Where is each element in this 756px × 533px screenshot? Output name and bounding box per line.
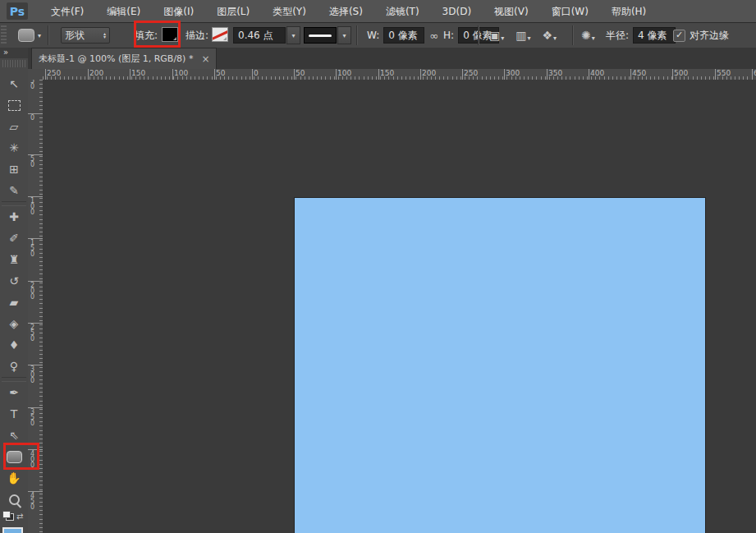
menu-item-3d[interactable]: 3D(D) [431,1,483,22]
crop-tool-icon: ⊞ [9,163,19,176]
document-tab-title: 未标题-1 @ 100% (图层 1, RGB/8) * [39,53,193,65]
brush-tool[interactable]: ✐ [0,227,28,249]
geometry-options-button[interactable]: ✺ ▾ [581,23,595,48]
menu-item-help[interactable]: 帮助(H) [600,1,657,22]
vertical-ruler[interactable]: 50050100150200250300350400450 [28,80,44,533]
history-brush-tool[interactable]: ↺ [0,270,28,292]
tool-preset-picker[interactable]: ▾ [18,23,41,48]
stroke-width-dropdown[interactable]: ▾ [286,26,300,44]
clone-stamp-tool[interactable]: ♜ [0,249,28,270]
spot-healing-brush-tool[interactable]: ✚ [0,206,28,227]
menu-item-image[interactable]: 图像(I) [152,1,205,22]
v-ruler-label: 50 [30,156,37,168]
menu-bar: Ps 文件(F)编辑(E)图像(I)图层(L)类型(Y)选择(S)滤镜(T)3D… [0,0,756,23]
h-ruler-label: 100 [337,69,351,77]
panel-grip[interactable] [2,60,25,67]
eyedropper-tool-icon: ✎ [9,184,19,197]
stroke-color-swatch[interactable] [212,27,228,42]
radius-input[interactable]: 4 像素 [633,27,676,44]
quick-selection-tool-icon: ✳ [9,141,19,154]
document-tab[interactable]: 未标题-1 @ 100% (图层 1, RGB/8) * × [31,48,217,69]
dodge-tool[interactable]: ♀ [0,356,28,377]
width-input[interactable]: 0 像素 [383,27,424,44]
paint-bucket-tool[interactable]: ◈ [0,313,28,334]
align-edges-checkbox[interactable]: ✓ [673,30,685,42]
swap-colors-icon[interactable]: ⇄ [16,512,23,521]
h-ruler-label: 400 [590,69,604,77]
document-canvas[interactable] [295,198,705,533]
ruler-corner[interactable] [28,69,44,80]
collapse-panel-button[interactable]: » [0,48,28,58]
v-ruler-label: 50 [30,80,37,90]
separator [478,25,479,45]
tool-mode-select[interactable]: 形状 ▴▾ [61,27,110,44]
path-alignment-button[interactable]: ▥ ▾ [515,29,530,42]
stroke-type-dropdown[interactable]: ▾ [337,26,351,44]
h-ruler-label: 300 [506,69,520,77]
path-selection-tool[interactable]: ⇖ [0,425,28,446]
menu-item-type[interactable]: 类型(Y) [261,1,318,22]
stroke-type-picker[interactable]: ▾ [304,27,351,44]
h-ruler-label: 200 [422,69,436,77]
menu-item-view[interactable]: 视图(V) [483,1,540,22]
blur-tool-icon: ♦ [9,338,20,352]
link-dimensions-icon[interactable]: ∞ [429,30,438,42]
rectangular-marquee-tool-icon [8,100,21,111]
pen-tool[interactable]: ✒ [0,382,28,403]
foreground-color-swatch[interactable] [2,527,23,533]
solid-line-icon [304,27,337,44]
width-label: W: [367,30,379,41]
stroke-width-group: 0.46 点 ▾ [233,27,300,44]
path-arrangement-button[interactable]: ❖ ▾ [543,29,557,42]
close-icon[interactable]: × [201,53,209,65]
align-edges-group: ✓ 对齐边缘 [673,23,729,48]
spinner-arrows-icon: ▴▾ [103,32,106,39]
history-brush-tool-icon: ↺ [9,274,19,287]
hand-tool[interactable]: ✋ [0,467,28,489]
stroke-width-input[interactable]: 0.46 点 [233,27,286,44]
chevron-down-icon: ▾ [291,32,295,39]
fill-color-swatch[interactable] [162,27,178,42]
path-operations-button[interactable]: ▣ ▾ [489,29,504,42]
h-ruler-label: 100 [174,69,188,77]
clone-stamp-tool-icon: ♜ [9,253,20,266]
fill-label: 填充: [135,29,158,43]
menu-item-edit[interactable]: 编辑(E) [95,1,152,22]
path-arrangement-icon: ❖ [543,29,553,42]
menu-item-layer[interactable]: 图层(L) [205,1,261,22]
tools-panel: » ↖▱✳⊞✎✚✐♜↺▰◈♦♀✒T⇖✋ ⇄ [0,48,29,533]
h-ruler-label: 550 [717,69,731,77]
h-ruler-label: 500 [674,69,688,77]
menu-item-window[interactable]: 窗口(W) [540,1,600,22]
blur-tool[interactable]: ♦ [0,334,28,356]
type-tool[interactable]: T [0,403,28,425]
crop-tool[interactable]: ⊞ [0,159,28,180]
tool-mode-value: 形状 [65,29,85,43]
zoom-tool-icon [9,494,20,505]
default-colors-icon[interactable] [2,511,14,521]
eyedropper-tool[interactable]: ✎ [0,180,28,201]
eraser-tool-icon: ▰ [10,296,19,309]
chevron-down-icon: ▾ [38,32,41,39]
h-ruler-label: 150 [380,69,394,77]
menu-item-filter[interactable]: 滤镜(T) [374,1,431,22]
chevron-down-icon: ▾ [553,34,557,42]
move-tool[interactable]: ↖ [0,73,28,94]
fill-group: 填充: [135,23,158,48]
stroke-label: 描边: [186,29,208,43]
menu-item-select[interactable]: 选择(S) [318,1,374,22]
no-color-swatch-icon [212,27,228,42]
menu-item-file[interactable]: 文件(F) [39,1,95,22]
canvas-workspace[interactable] [43,80,756,533]
quick-selection-tool[interactable]: ✳ [0,137,28,159]
horizontal-ruler[interactable]: 2502001501005005010015020025030035040045… [43,69,756,80]
eraser-tool[interactable]: ▰ [0,292,28,313]
height-label: H: [443,30,454,41]
h-ruler-label: 150 [131,69,145,77]
v-ruler-label: 0 [30,115,37,121]
lasso-tool[interactable]: ▱ [0,116,28,137]
rounded-rectangle-tool[interactable] [0,446,28,467]
v-ruler-label: 350 [30,409,37,426]
rectangular-marquee-tool[interactable] [0,94,28,116]
h-ruler-label: 350 [548,69,562,77]
